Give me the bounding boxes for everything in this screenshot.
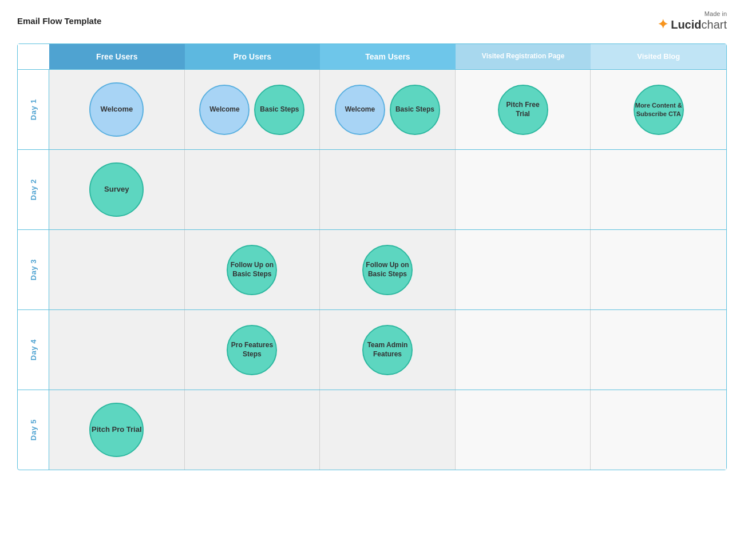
day-3-team: Follow Up on Basic Steps — [320, 230, 456, 309]
day-4-team: Team Admin Features — [320, 310, 456, 390]
day-label-1: Day 1 — [29, 99, 38, 120]
day-5-team — [320, 390, 456, 470]
col-header-free: Free Users — [49, 44, 185, 69]
col-header-reg: Visited Registration Page — [456, 44, 591, 69]
day-row-1: Day 1 Welcome Welcome Basic Steps Welcom… — [18, 69, 726, 149]
day-1-free: Welcome — [49, 70, 185, 149]
day-1-blog: More Content & Subscribe CTA — [591, 70, 726, 149]
day-label-cell-5: Day 5 — [18, 390, 49, 470]
corner-cell — [18, 44, 49, 69]
circle-followup-team: Follow Up on Basic Steps — [362, 245, 413, 295]
circle-more-content: More Content & Subscribe CTA — [634, 85, 684, 135]
col-header-blog: Visited Blog — [591, 44, 726, 69]
day-2-pro — [185, 150, 320, 229]
circle-team-admin: Team Admin Features — [362, 325, 413, 375]
col-header-pro: Pro Users — [185, 44, 320, 69]
circle-pitch-free-trial: Pitch Free Trial — [498, 85, 548, 135]
day-label-3: Day 3 — [29, 259, 38, 280]
made-in-label: Made in — [705, 10, 727, 17]
lucid-word: Lucid — [671, 18, 701, 31]
page-header: Email Flow Template Made in ✦ Lucidchart — [0, 0, 744, 38]
day-2-free: Survey — [49, 150, 185, 229]
day-4-pro: Pro Features Steps — [185, 310, 320, 390]
circle-welcome-pro: Welcome — [199, 85, 250, 135]
day-3-pro: Follow Up on Basic Steps — [185, 230, 320, 309]
brand-container: ✦ Lucidchart — [658, 17, 727, 32]
day-5-blog — [591, 390, 726, 470]
circle-basic-steps-pro: Basic Steps — [254, 85, 304, 135]
day-4-reg — [456, 310, 591, 390]
column-headers: Free Users Pro Users Team Users Visited … — [18, 44, 726, 69]
day-5-free: Pitch Pro Trial — [49, 390, 185, 470]
day-4-blog — [591, 310, 726, 390]
day-1-team: Welcome Basic Steps — [320, 70, 456, 149]
day-label-4: Day 4 — [29, 339, 38, 360]
circle-followup-pro: Follow Up on Basic Steps — [227, 245, 277, 295]
day-label-cell-2: Day 2 — [18, 150, 49, 229]
day-row-4: Day 4 Pro Features Steps Team Admin Feat… — [18, 309, 726, 390]
day-2-blog — [591, 150, 726, 229]
lucidchart-logo: Made in ✦ Lucidchart — [658, 10, 727, 32]
day-3-free — [49, 230, 185, 309]
day-row-2: Day 2 Survey — [18, 149, 726, 229]
circle-pro-features: Pro Features Steps — [227, 325, 277, 375]
day-label-cell-1: Day 1 — [18, 70, 49, 149]
chart-word: chart — [702, 18, 727, 31]
circle-survey: Survey — [89, 162, 144, 217]
day-row-5: Day 5 Pitch Pro Trial — [18, 390, 726, 470]
lucidchart-name: Lucidchart — [671, 18, 727, 31]
circle-basic-steps-team: Basic Steps — [390, 85, 440, 135]
day-label-cell-4: Day 4 — [18, 310, 49, 390]
day-3-blog — [591, 230, 726, 309]
flow-container: Free Users Pro Users Team Users Visited … — [17, 43, 727, 470]
day-row-3: Day 3 Follow Up on Basic Steps Follow Up… — [18, 229, 726, 309]
day-label-cell-3: Day 3 — [18, 230, 49, 309]
day-3-reg — [456, 230, 591, 309]
day-1-reg: Pitch Free Trial — [456, 70, 591, 149]
day-4-free — [49, 310, 185, 390]
day-5-reg — [456, 390, 591, 470]
col-header-team: Team Users — [320, 44, 456, 69]
day-1-pro: Welcome Basic Steps — [185, 70, 320, 149]
circle-welcome-free: Welcome — [89, 82, 144, 137]
circle-pitch-pro-trial: Pitch Pro Trial — [89, 403, 144, 457]
day-5-pro — [185, 390, 320, 470]
day-2-team — [320, 150, 456, 229]
day-label-5: Day 5 — [29, 419, 38, 440]
circle-welcome-team: Welcome — [335, 85, 385, 135]
lucidchart-icon: ✦ — [658, 17, 668, 32]
day-2-reg — [456, 150, 591, 229]
day-label-2: Day 2 — [29, 179, 38, 200]
page-title: Email Flow Template — [17, 16, 101, 26]
